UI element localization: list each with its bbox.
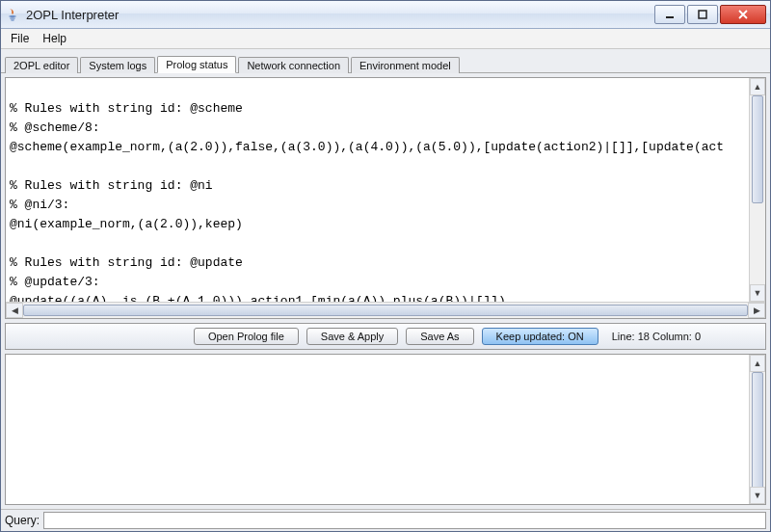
- scroll-thumb[interactable]: [752, 95, 763, 203]
- query-input[interactable]: [43, 512, 766, 529]
- tab-system-logs[interactable]: System logs: [80, 57, 155, 73]
- window-title: 2OPL Interpreter: [26, 8, 652, 22]
- tab-2opl-editor[interactable]: 2OPL editor: [5, 57, 78, 73]
- tabstrip: 2OPL editor System logs Prolog status Ne…: [1, 49, 770, 73]
- code-horizontal-scrollbar[interactable]: ◀ ▶: [6, 302, 765, 318]
- close-button[interactable]: [720, 5, 766, 24]
- menu-file[interactable]: File: [5, 30, 35, 47]
- svg-rect-0: [666, 16, 674, 18]
- code-editor-panel: % Rules with string id: @scheme % @schem…: [5, 77, 766, 319]
- action-toolbar: Open Prolog file Save & Apply Save As Ke…: [5, 323, 766, 350]
- output-vertical-scrollbar[interactable]: ▲ ▼: [749, 355, 765, 504]
- tab-prolog-status[interactable]: Prolog status: [157, 56, 236, 73]
- menubar: File Help: [1, 29, 770, 49]
- output-panel[interactable]: ▲ ▼: [5, 354, 766, 505]
- scroll-left-icon[interactable]: ◀: [6, 303, 23, 318]
- keep-updated-toggle[interactable]: Keep updated: ON: [482, 328, 598, 345]
- code-vertical-scrollbar[interactable]: ▲ ▼: [749, 78, 765, 302]
- save-apply-button[interactable]: Save & Apply: [306, 328, 398, 345]
- query-label: Query:: [5, 514, 40, 527]
- scroll-up-icon[interactable]: ▲: [750, 78, 765, 95]
- minimize-button[interactable]: [654, 5, 685, 24]
- scroll-thumb[interactable]: [752, 372, 763, 489]
- titlebar[interactable]: 2OPL Interpreter: [1, 1, 770, 29]
- cursor-status: Line: 18 Column: 0: [612, 331, 701, 342]
- window-buttons: [652, 5, 766, 24]
- maximize-button[interactable]: [687, 5, 718, 24]
- app-window: 2OPL Interpreter File Help 2OPL editor S…: [0, 0, 771, 532]
- menu-help[interactable]: Help: [37, 30, 72, 47]
- save-as-button[interactable]: Save As: [406, 328, 473, 345]
- hscroll-thumb[interactable]: [23, 305, 748, 316]
- code-text: % Rules with string id: @scheme % @schem…: [10, 80, 724, 302]
- code-editor[interactable]: % Rules with string id: @scheme % @schem…: [6, 78, 765, 302]
- svg-rect-1: [699, 11, 706, 18]
- scroll-down-icon[interactable]: ▼: [750, 284, 765, 302]
- tab-environment-model[interactable]: Environment model: [351, 57, 460, 73]
- content-area: % Rules with string id: @scheme % @schem…: [1, 73, 770, 509]
- java-icon: [5, 7, 20, 22]
- tab-network-connection[interactable]: Network connection: [238, 57, 349, 73]
- scroll-right-icon[interactable]: ▶: [748, 303, 765, 318]
- scroll-up-icon[interactable]: ▲: [750, 355, 765, 372]
- scroll-down-icon[interactable]: ▼: [750, 487, 765, 504]
- query-bar: Query:: [1, 509, 770, 531]
- open-prolog-file-button[interactable]: Open Prolog file: [194, 328, 299, 345]
